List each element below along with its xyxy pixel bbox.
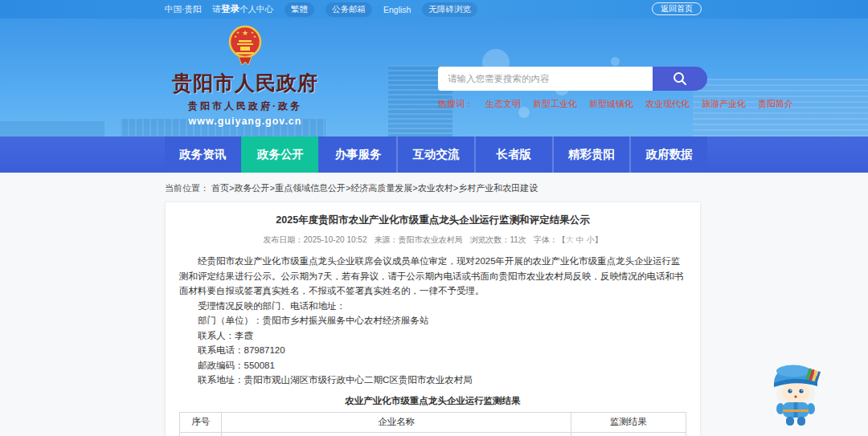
breadcrumb: 当前位置： 首页>政务公开>重点领域信息公开>经济高质量发展>农业农村>乡村产业… xyxy=(165,182,538,194)
login-link[interactable]: 请登录个人中心 xyxy=(213,3,274,15)
site-url: www.guiyang.gov.cn xyxy=(165,116,326,127)
hot-word[interactable]: 生态文明 xyxy=(485,98,521,110)
mascot-icon xyxy=(765,360,826,429)
result-cell: 合格 xyxy=(571,432,686,436)
nav-tab-banshi-fuwu[interactable]: 办事服务 xyxy=(318,137,396,173)
breadcrumb-label: 当前位置： xyxy=(165,183,209,193)
region-link[interactable]: 中国·贵阳 xyxy=(165,4,202,15)
page: 中国·贵阳 请登录个人中心 繁體 公务邮箱 English 无障碍浏览 返回首页… xyxy=(0,0,868,436)
hot-word[interactable]: 贵阳简介 xyxy=(758,98,793,110)
article-paragraph: 部门（单位）：贵阳市乡村振兴服务中心农村经济服务站 xyxy=(179,313,686,328)
table-caption: 农业产业化市级重点龙头企业运行监测结果 xyxy=(179,395,686,407)
table-row: 1 贵州合力超市采购有限公司 合格 xyxy=(180,432,686,436)
site-header: ★ ★ ★ ★ ★ 贵阳市人民政府 贵阳市人民政府·政务 www.guiyang… xyxy=(0,18,868,137)
nav-tab-zhengwu-gongkai[interactable]: 政务公开 xyxy=(241,137,319,173)
article-paragraph: 邮政编码：550081 xyxy=(179,358,686,373)
accessibility-link[interactable]: 无障碍浏览 xyxy=(422,2,477,17)
article-card: 2025年度贵阳市农业产业化市级重点龙头企业运行监测和评定结果公示 发布日期：2… xyxy=(165,202,701,436)
search-icon xyxy=(672,71,688,87)
search-button[interactable] xyxy=(653,67,707,91)
hot-search-row: 热搜词： 生态文明 新型工业化 新型城镇化 农业现代化 旅游产业化 贵阳简介 xyxy=(438,98,793,110)
svg-text:★: ★ xyxy=(234,35,237,39)
font-bracket: 】 xyxy=(594,235,602,244)
nav-tab-zhengfu-shuju[interactable]: 政府数据 xyxy=(629,137,707,173)
site-subtitle: 贵阳市人民政府·政务 xyxy=(165,100,326,113)
article-paragraph: 经贵阳市农业产业化市级重点龙头企业联席会议成员单位审定，现对2025年开展的农业… xyxy=(179,254,686,299)
traditional-chinese-link[interactable]: 繁體 xyxy=(285,2,314,17)
font-bracket: 【 xyxy=(558,235,566,244)
login-bold: 登录 xyxy=(221,4,240,14)
monitoring-result-table: 序号 企业名称 监测结果 1 贵州合力超市采购有限公司 合格 2 贵州友禾种业有… xyxy=(179,412,686,436)
svg-text:★: ★ xyxy=(242,29,248,37)
hot-word[interactable]: 新型城镇化 xyxy=(589,98,633,110)
search-input[interactable] xyxy=(438,67,653,91)
col-header-serial: 序号 xyxy=(180,412,222,432)
site-title: 贵阳市人民政府 xyxy=(165,70,326,96)
view-count: 浏览次数：11次 xyxy=(470,234,526,246)
article-meta: 发布日期：2025-10-20 10:52 来源：贵阳市农业农村局 浏览次数：1… xyxy=(179,234,686,246)
publish-date: 发布日期：2025-10-20 10:52 xyxy=(264,234,367,246)
article-body: 经贵阳市农业产业化市级重点龙头企业联席会议成员单位审定，现对2025年开展的农业… xyxy=(179,254,686,388)
main-nav: 政务资讯 政务公开 办事服务 互动交流 长者版 精彩贵阳 政府数据 xyxy=(0,137,868,173)
article-paragraph: 联系人：李霞 xyxy=(179,328,686,344)
article-paragraph: 联系地址：贵阳市观山湖区市级行政中心二期C区贵阳市农业农村局 xyxy=(179,373,686,388)
hot-word[interactable]: 农业现代化 xyxy=(645,98,690,110)
login-suffix: 个人中心 xyxy=(240,4,273,14)
breadcrumb-path[interactable]: 首页>政务公开>重点领域信息公开>经济高质量发展>农业农村>乡村产业和农田建设 xyxy=(211,183,538,193)
svg-text:★: ★ xyxy=(253,35,256,39)
nav-tab-zhangzheban[interactable]: 长者版 xyxy=(474,137,552,173)
article-paragraph: 联系电话：87987120 xyxy=(179,343,686,358)
hot-search-label: 热搜词： xyxy=(438,98,473,110)
back-home-button[interactable]: 返回首页 xyxy=(652,2,702,15)
article-source: 来源：贵阳市农业农村局 xyxy=(375,234,463,246)
search-box xyxy=(438,67,707,91)
bokeh-decoration xyxy=(611,57,620,66)
nav-tab-hudong-jiaoliu[interactable]: 互动交流 xyxy=(396,137,474,173)
login-prefix: 请 xyxy=(213,4,222,14)
top-utility-bar: 中国·贵阳 请登录个人中心 繁體 公务邮箱 English 无障碍浏览 返回首页 xyxy=(0,0,868,18)
font-size-large-button[interactable]: 大 xyxy=(566,235,574,244)
national-emblem-icon: ★ ★ ★ ★ ★ xyxy=(227,25,264,68)
col-header-result: 监测结果 xyxy=(571,412,686,432)
table-header-row: 序号 企业名称 监测结果 xyxy=(180,412,686,432)
col-header-company: 企业名称 xyxy=(222,412,571,432)
font-label: 字体： xyxy=(534,235,558,244)
font-size-medium-button[interactable]: 中 xyxy=(576,235,584,244)
site-logo[interactable]: ★ ★ ★ ★ ★ 贵阳市人民政府 贵阳市人民政府·政务 www.guiyang… xyxy=(165,25,326,127)
mascot-assistant[interactable] xyxy=(765,360,826,429)
company-cell: 贵州合力超市采购有限公司 xyxy=(222,432,571,436)
serial-cell: 1 xyxy=(180,432,222,436)
nav-tab-jingcai-guiyang[interactable]: 精彩贵阳 xyxy=(552,137,630,173)
skyline-decoration xyxy=(0,121,104,137)
article-title: 2025年度贵阳市农业产业化市级重点龙头企业运行监测和评定结果公示 xyxy=(179,214,686,227)
article-paragraph: 受理情况反映的部门、电话和地址： xyxy=(179,299,686,314)
nav-tab-zhengwu-zixun[interactable]: 政务资讯 xyxy=(165,137,241,173)
english-link[interactable]: English xyxy=(383,5,411,14)
hot-word[interactable]: 旅游产业化 xyxy=(702,98,746,110)
font-size-control: 字体：【大 中 小】 xyxy=(534,234,603,246)
hot-word[interactable]: 新型工业化 xyxy=(533,98,577,110)
font-size-small-button[interactable]: 小 xyxy=(586,235,594,244)
official-mailbox-link[interactable]: 公务邮箱 xyxy=(326,2,372,17)
